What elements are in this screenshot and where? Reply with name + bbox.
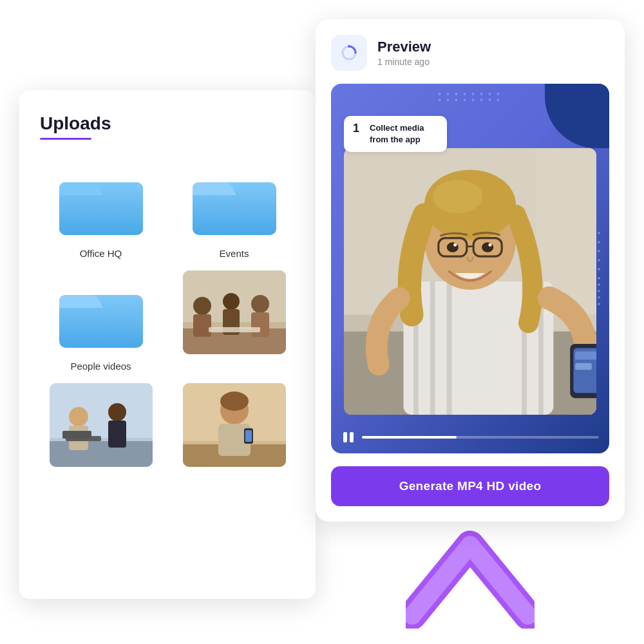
svg-point-50 <box>447 242 459 252</box>
preview-header: Preview 1 minute ago <box>331 35 609 71</box>
svg-rect-30 <box>245 430 252 442</box>
progress-fill <box>362 436 457 439</box>
chevron-container <box>406 526 535 631</box>
svg-point-27 <box>220 392 249 411</box>
svg-rect-56 <box>575 352 596 360</box>
preview-title: Preview <box>377 39 431 55</box>
svg-rect-57 <box>575 363 592 370</box>
video-player: 1 Collect media from the app <box>331 84 609 453</box>
step-badge: 1 Collect media from the app <box>344 116 447 152</box>
upload-item-office-photo[interactable] <box>40 383 162 467</box>
photo-thumb-woman <box>183 383 286 467</box>
svg-point-32 <box>348 45 350 48</box>
svg-rect-8 <box>193 314 211 337</box>
upload-item-people-videos[interactable]: People videos <box>40 270 162 372</box>
photo-thumb-team <box>183 270 286 354</box>
upload-item-events[interactable]: Events <box>173 158 295 259</box>
folder-label-office-hq: Office HQ <box>80 248 122 259</box>
svg-rect-59 <box>350 432 354 442</box>
preview-subtitle: 1 minute ago <box>377 57 431 67</box>
progress-bar[interactable] <box>362 436 599 439</box>
pause-button[interactable] <box>341 430 355 444</box>
preview-icon-box <box>331 35 367 71</box>
video-dots-top <box>439 93 502 101</box>
video-main-image <box>344 148 596 415</box>
folder-icon-events <box>183 158 286 242</box>
svg-point-17 <box>69 407 88 426</box>
svg-point-46 <box>433 180 483 213</box>
svg-point-52 <box>453 243 457 246</box>
photo-thumb-office <box>50 383 153 467</box>
svg-point-51 <box>482 242 493 252</box>
svg-point-19 <box>108 403 126 421</box>
uploads-grid: Office HQ Even <box>40 158 295 467</box>
folder-icon-office-hq <box>50 158 153 242</box>
svg-rect-15 <box>50 383 153 438</box>
scene: Uploads <box>0 0 644 644</box>
video-controls <box>341 430 599 444</box>
preview-header-text: Preview 1 minute ago <box>377 39 431 67</box>
step-number: 1 <box>353 122 363 134</box>
svg-point-9 <box>223 293 240 310</box>
upload-item-team-photo[interactable] <box>173 270 295 372</box>
svg-point-7 <box>193 297 211 315</box>
folder-label-people-videos: People videos <box>70 361 131 372</box>
preview-card: Preview 1 minute ago <box>316 19 625 522</box>
svg-rect-13 <box>209 327 260 332</box>
svg-rect-58 <box>343 432 347 442</box>
svg-point-11 <box>251 295 269 313</box>
video-dots-right <box>598 232 600 305</box>
chevron-up-icon <box>406 526 535 629</box>
svg-rect-12 <box>251 312 269 337</box>
svg-rect-16 <box>50 441 153 467</box>
folder-label-events: Events <box>220 248 249 259</box>
svg-rect-22 <box>62 431 91 439</box>
upload-item-office-hq[interactable]: Office HQ <box>40 158 162 259</box>
svg-point-53 <box>488 243 491 246</box>
folder-icon-people-videos <box>50 270 153 354</box>
loading-spinner-icon <box>340 44 358 62</box>
step-text: Collect media from the app <box>370 122 438 146</box>
svg-rect-20 <box>108 421 126 448</box>
uploads-card: Uploads <box>19 90 316 599</box>
uploads-title: Uploads <box>40 113 295 134</box>
upload-item-woman-phone-photo[interactable] <box>173 383 295 467</box>
generate-mp4-button[interactable]: Generate MP4 HD video <box>331 466 609 506</box>
video-dark-corner <box>545 84 609 148</box>
uploads-underline <box>40 138 91 140</box>
